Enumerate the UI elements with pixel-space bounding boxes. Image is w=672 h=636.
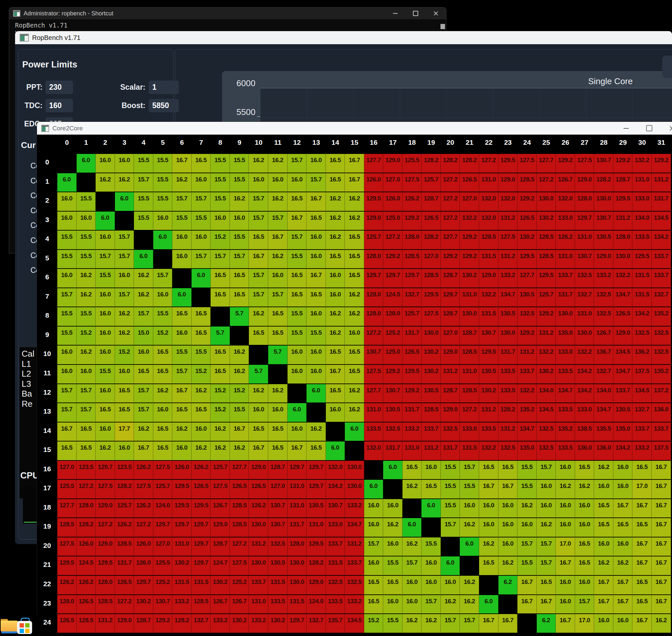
matrix-cell: 15.7 <box>249 288 268 307</box>
matrix-cell <box>57 154 77 173</box>
matrix-cell: 15.7 <box>134 173 153 193</box>
matrix-cell: 16.2 <box>326 326 345 346</box>
matrix-cell: 16.7 <box>134 441 153 461</box>
matrix-cell: 134.0 <box>537 384 556 403</box>
terminal-titlebar[interactable]: Administrator: ropbench - Shortcut <box>9 7 446 19</box>
file-explorer-icon[interactable] <box>1 619 18 633</box>
cache-result-line: L2 <box>22 369 34 379</box>
matrix-cell: 129.7 <box>288 461 307 480</box>
partial-button[interactable] <box>662 56 672 78</box>
matrix-cell: 127.0 <box>441 326 460 346</box>
matrix-cell <box>77 173 96 193</box>
matrix-cell: 15.5 <box>57 250 77 269</box>
ppt-input[interactable]: 230 <box>45 81 73 94</box>
core2core-window: Core2Core 012345678910111213141516171819… <box>37 122 672 636</box>
matrix-cell: 129.2 <box>383 250 402 269</box>
ropbench-titlebar[interactable]: RopBench v1.71 <box>15 31 672 44</box>
matrix-cell: 125.5 <box>153 556 173 576</box>
terminal-scrollbar[interactable] <box>440 24 445 29</box>
matrix-cell: 15.7 <box>115 231 134 250</box>
matrix-cell: 124.5 <box>383 288 402 307</box>
ppt-label: PPT: <box>22 81 43 94</box>
minimize-button[interactable] <box>385 7 406 19</box>
matrix-cell: 133.0 <box>575 403 594 422</box>
matrix-cell: 133.7 <box>421 422 441 442</box>
matrix-cell: 127.0 <box>153 537 173 557</box>
matrix-cell: 130.5 <box>613 403 633 422</box>
matrix-cell: 131.5 <box>326 556 345 576</box>
matrix-cell: 16.0 <box>479 499 498 518</box>
matrix-col-header: 25 <box>537 135 556 154</box>
matrix-cell: 126.5 <box>517 212 537 231</box>
matrix-cell: 16.5 <box>192 326 211 346</box>
matrix-cell: 131.0 <box>307 518 326 537</box>
matrix-cell: 16.0 <box>517 518 537 537</box>
matrix-cell: 15.7 <box>575 595 594 614</box>
matrix-cell: 16.0 <box>613 614 633 633</box>
matrix-cell: 128.0 <box>402 231 422 250</box>
matrix-cell: 16.7 <box>479 614 498 633</box>
matrix-cell: 135.7 <box>326 614 345 633</box>
matrix-cell: 15.7 <box>192 250 211 269</box>
maximize-button[interactable] <box>406 7 426 19</box>
matrix-cell: 134.0 <box>594 384 613 403</box>
matrix-cell: 129.0 <box>498 173 518 193</box>
matrix-cell: 133.0 <box>460 422 479 442</box>
matrix-cell <box>192 288 211 307</box>
matrix-col-header: 18 <box>402 135 422 154</box>
matrix-cell: 5.7 <box>249 365 268 384</box>
matrix-cell: 127.5 <box>498 231 518 250</box>
matrix-cell: 16.0 <box>421 461 441 480</box>
matrix-cell: 129.0 <box>249 461 268 480</box>
matrix-cell: 126.2 <box>77 576 96 595</box>
microsoft-store-icon[interactable] <box>17 618 32 634</box>
matrix-cell: 128.5 <box>402 250 422 269</box>
close-button[interactable] <box>426 7 446 19</box>
matrix-cell: 16.5 <box>307 441 326 461</box>
matrix-cell: 16.2 <box>326 212 345 231</box>
matrix-cell: 16.7 <box>613 595 633 614</box>
matrix-cell: 132.5 <box>632 326 652 346</box>
matrix-cell: 128.7 <box>441 269 460 288</box>
matrix-row-header: 9 <box>37 326 57 346</box>
matrix-cell: 16.5 <box>172 403 192 422</box>
scalar-input[interactable]: 1 <box>149 81 179 94</box>
matrix-cell: 16.0 <box>57 345 77 365</box>
close-button[interactable] <box>666 122 672 135</box>
matrix-cell: 16.0 <box>556 499 575 518</box>
matrix-cell: 16.7 <box>632 499 652 518</box>
matrix-cell: 127.2 <box>383 231 402 250</box>
matrix-cell: 16.0 <box>115 441 134 461</box>
minimize-button[interactable] <box>619 122 633 135</box>
matrix-cell: 16.0 <box>613 537 633 557</box>
matrix-cell: 131.0 <box>575 231 594 250</box>
matrix-cell: 131.5 <box>268 576 288 595</box>
matrix-cell: 15.5 <box>57 307 77 326</box>
core2core-titlebar[interactable]: Core2Core <box>37 122 672 135</box>
matrix-cell: 137.5 <box>632 365 652 384</box>
matrix-col-header: 13 <box>307 135 326 154</box>
matrix-cell: 129.2 <box>402 384 422 403</box>
minimize-icon <box>624 128 629 129</box>
maximize-button[interactable] <box>643 122 656 135</box>
matrix-cell: 6.0 <box>479 595 498 614</box>
matrix-cell: 127.7 <box>537 154 556 173</box>
matrix-cell: 128.5 <box>57 518 77 537</box>
matrix-cell: 16.7 <box>517 595 537 614</box>
matrix-cell: 16.0 <box>383 499 402 518</box>
matrix-cell: 128.0 <box>613 231 633 250</box>
tdc-input[interactable]: 160 <box>45 99 73 112</box>
matrix-cell: 6.0 <box>288 403 307 422</box>
boost-input[interactable]: 5850 <box>149 99 179 112</box>
matrix-cell: 16.0 <box>192 173 211 193</box>
matrix-col-header: 20 <box>441 135 460 154</box>
matrix-cell: 131.2 <box>613 212 633 231</box>
matrix-cell: 132.2 <box>460 212 479 231</box>
matrix-cell: 132.7 <box>307 614 326 633</box>
scalar-label: Scalar: <box>110 81 145 94</box>
matrix-cell: 126.5 <box>402 345 422 365</box>
matrix-cell: 134.7 <box>498 288 518 307</box>
matrix-cell: 16.5 <box>345 345 364 365</box>
matrix-row-header: 7 <box>37 288 57 307</box>
matrix-cell: 125.2 <box>383 326 402 346</box>
